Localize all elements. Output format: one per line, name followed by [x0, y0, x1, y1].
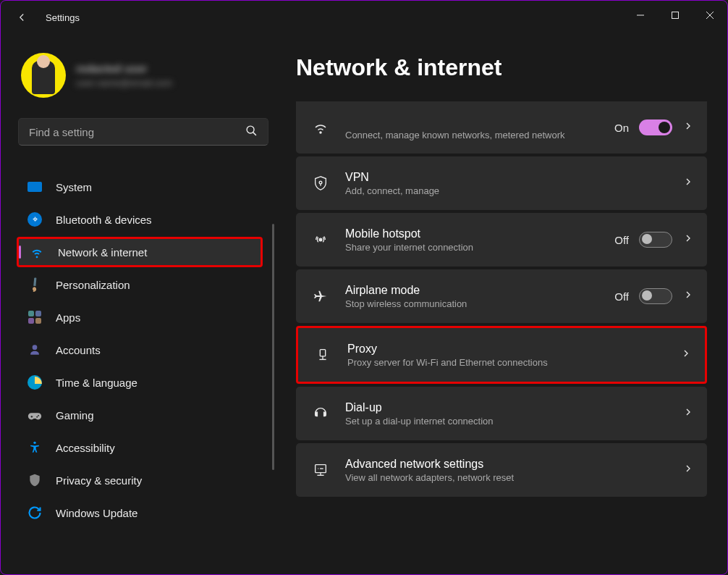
page-title: Network & internet	[296, 54, 707, 81]
wifi-icon	[310, 119, 331, 136]
svg-point-10	[319, 238, 322, 241]
nav-accounts[interactable]: Accounts	[17, 335, 270, 365]
advanced-icon	[310, 462, 331, 478]
nav-accessibility[interactable]: Accessibility	[17, 432, 270, 463]
card-title: Mobile hotspot	[345, 227, 600, 240]
card-proxy[interactable]: Proxy Proxy server for Wi-Fi and Etherne…	[296, 326, 707, 384]
nav-privacy[interactable]: Privacy & security	[17, 465, 270, 495]
card-title: Dial-up	[345, 401, 668, 414]
bluetooth-icon: ⌖	[27, 211, 43, 227]
app-title: Settings	[46, 12, 80, 23]
toggle-label: Off	[614, 290, 629, 303]
chevron-right-icon	[682, 463, 694, 477]
nav-time[interactable]: Time & language	[17, 367, 270, 398]
nav-label: Time & language	[56, 377, 137, 389]
hotspot-icon	[310, 232, 331, 248]
nav-label: Accessibility	[56, 442, 115, 454]
chevron-right-icon	[682, 232, 694, 247]
svg-point-6	[33, 345, 38, 350]
system-icon	[27, 179, 43, 195]
card-airplane[interactable]: Airplane mode Stop wireless communicatio…	[296, 269, 707, 323]
search-input[interactable]	[29, 126, 245, 138]
card-title: Advanced network settings	[345, 458, 668, 471]
dialup-icon	[310, 406, 331, 421]
card-advanced[interactable]: Advanced network settings View all netwo…	[296, 443, 707, 497]
nav-apps[interactable]: Apps	[17, 302, 270, 332]
maximize-button[interactable]	[658, 1, 693, 30]
nav-bluetooth[interactable]: ⌖ Bluetooth & devices	[17, 204, 270, 235]
svg-point-4	[247, 126, 254, 133]
accessibility-icon	[27, 440, 43, 456]
avatar	[21, 53, 66, 98]
svg-rect-1	[672, 12, 679, 19]
toggle-label: On	[614, 122, 629, 134]
wifi-icon	[29, 244, 45, 260]
nav-gaming[interactable]: Gaming	[17, 400, 270, 430]
nav-personalization[interactable]: Personalization	[17, 269, 270, 300]
wifi-toggle[interactable]	[639, 119, 672, 135]
brush-icon	[27, 277, 43, 293]
nav-label: System	[56, 181, 92, 193]
toggle-label: Off	[614, 234, 629, 246]
svg-point-9	[319, 181, 322, 184]
nav-label: Network & internet	[58, 246, 147, 259]
close-button[interactable]	[693, 1, 727, 30]
card-vpn[interactable]: VPN Add, connect, manage	[296, 156, 707, 210]
svg-line-5	[253, 132, 256, 135]
svg-rect-11	[320, 350, 325, 356]
minimize-button[interactable]	[623, 1, 658, 30]
nav-label: Privacy & security	[56, 474, 142, 487]
nav-system[interactable]: System	[17, 172, 270, 202]
chevron-right-icon	[682, 120, 694, 135]
nav-label: Windows Update	[56, 507, 137, 519]
card-sub: Connect, manage known networks, metered …	[345, 130, 600, 140]
airplane-icon	[310, 288, 331, 304]
search-box[interactable]	[18, 118, 268, 146]
card-sub: Proxy server for Wi-Fi and Ethernet conn…	[347, 357, 666, 368]
hotspot-toggle[interactable]	[639, 232, 672, 248]
search-icon	[245, 125, 258, 140]
update-icon	[27, 505, 43, 521]
nav-update[interactable]: Windows Update	[17, 498, 270, 528]
apps-icon	[27, 309, 43, 325]
back-button[interactable]	[15, 11, 28, 24]
privacy-icon	[27, 472, 43, 488]
svg-point-8	[320, 132, 321, 133]
card-sub: View all network adapters, network reset	[345, 472, 668, 483]
card-title: Proxy	[347, 343, 666, 356]
card-sub: Add, connect, manage	[345, 185, 668, 196]
nav-label: Accounts	[56, 344, 101, 356]
user-email: user.name@email.com	[76, 77, 172, 88]
chevron-right-icon	[682, 406, 694, 421]
nav-label: Bluetooth & devices	[56, 214, 152, 226]
user-profile[interactable]: redacted user user.name@email.com	[15, 53, 270, 98]
chevron-right-icon	[682, 289, 694, 303]
card-sub: Share your internet connection	[345, 242, 600, 253]
card-sub: Stop wireless communication	[345, 298, 600, 309]
card-sub: Set up a dial-up internet connection	[345, 416, 668, 427]
chevron-right-icon	[680, 348, 692, 362]
vpn-icon	[310, 175, 331, 191]
svg-point-7	[33, 442, 35, 444]
card-title: VPN	[345, 171, 668, 184]
nav-label: Personalization	[56, 279, 130, 291]
time-icon	[27, 374, 43, 390]
gaming-icon	[27, 407, 43, 423]
chevron-right-icon	[682, 176, 694, 190]
card-title: Airplane mode	[345, 284, 600, 297]
nav-network[interactable]: Network & internet	[17, 237, 263, 267]
card-wifi[interactable]: Wi-Fi Connect, manage known networks, me…	[296, 101, 707, 154]
nav-label: Gaming	[56, 409, 94, 421]
card-hotspot[interactable]: Mobile hotspot Share your internet conne…	[296, 213, 707, 266]
user-name: redacted user	[76, 62, 172, 75]
proxy-icon	[313, 347, 333, 363]
accounts-icon	[27, 342, 43, 358]
airplane-toggle[interactable]	[639, 288, 672, 304]
nav-label: Apps	[56, 311, 80, 324]
card-dialup[interactable]: Dial-up Set up a dial-up internet connec…	[296, 387, 707, 440]
sidebar-scrollbar[interactable]	[272, 224, 274, 470]
